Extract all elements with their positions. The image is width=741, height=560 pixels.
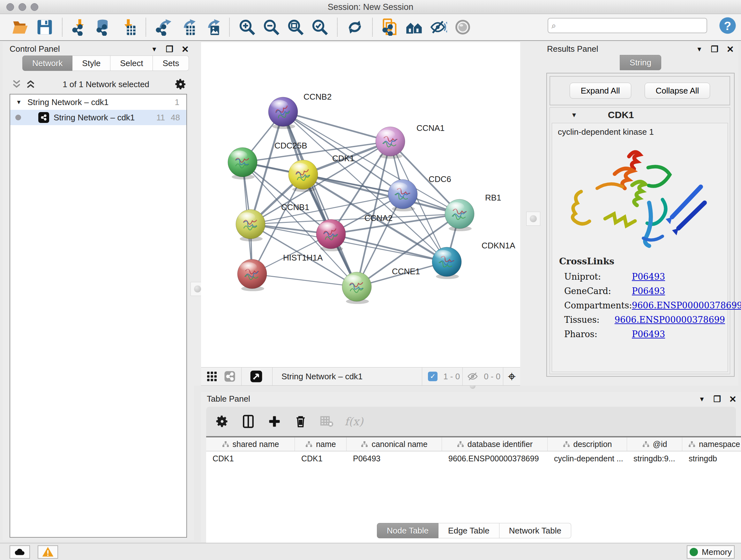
right-splitter-handle[interactable]: [526, 212, 540, 226]
node-CCNA1[interactable]: [376, 127, 405, 159]
network-share-view-icon[interactable]: [224, 371, 235, 382]
clone-network-button[interactable]: [378, 17, 402, 37]
node-CDC25B[interactable]: [228, 147, 257, 179]
expand-all-button[interactable]: Expand All: [569, 83, 631, 99]
selected-checkbox-icon[interactable]: ✓: [428, 372, 437, 381]
tab-sets[interactable]: Sets: [153, 56, 189, 71]
table-row[interactable]: CDK1CDK1P064939606.ENSP00000378699cyclin…: [206, 451, 741, 465]
column-header-name[interactable]: name: [295, 437, 347, 451]
cell-description[interactable]: cyclin-dependent ...: [548, 451, 627, 465]
import-network-button[interactable]: [68, 17, 92, 37]
node-CDKN1A[interactable]: [432, 247, 461, 279]
node-HIST1H1A[interactable]: [238, 259, 267, 291]
results-panel-float-icon[interactable]: ❐: [711, 44, 718, 54]
table-panel-float-icon[interactable]: ❐: [713, 394, 721, 404]
left-splitter[interactable]: [194, 42, 201, 386]
warnings-button[interactable]: [38, 545, 58, 559]
cell-@id[interactable]: stringdb:9...: [627, 451, 682, 465]
search-box[interactable]: ⌕: [548, 18, 707, 33]
crosslink-link[interactable]: 9606.ENSP00000378699: [615, 315, 725, 325]
control-panel-tabs: NetworkStyleSelectSets: [22, 56, 189, 71]
node-CDC6[interactable]: [388, 179, 417, 211]
table-panel-menu-icon[interactable]: ▼: [698, 395, 705, 403]
node-label-CDC25B: CDC25B: [274, 141, 307, 150]
tab-network[interactable]: Network: [22, 56, 72, 71]
edge-CCNA1-CDC25B[interactable]: [243, 141, 390, 162]
export-table-button[interactable]: [176, 17, 200, 37]
node-CCNB1[interactable]: [236, 209, 265, 241]
crosslinks-section: CrossLinks Uniprot:P06493GeneCard:P06493…: [559, 256, 725, 344]
refresh-button[interactable]: [343, 17, 367, 37]
crosslink-row: GeneCard:P06493: [564, 286, 725, 296]
column-header-description[interactable]: description: [548, 437, 627, 451]
import-table-button[interactable]: [116, 17, 140, 37]
birds-eye-view-icon[interactable]: [250, 370, 263, 383]
network-collection-row[interactable]: ▼ String Network – cdk1 1: [10, 95, 186, 110]
control-panel-float-icon[interactable]: ❐: [165, 44, 173, 54]
first-neighbors-button[interactable]: [402, 17, 426, 37]
import-network-database-button[interactable]: [92, 17, 116, 37]
network-row-selected[interactable]: String Network – cdk1 11 48: [10, 110, 186, 125]
cell-name[interactable]: CDK1: [295, 451, 347, 465]
collapse-all-button[interactable]: Collapse All: [645, 83, 711, 99]
crosslink-link[interactable]: P06493: [632, 286, 665, 296]
tab-select[interactable]: Select: [111, 56, 153, 71]
help-button[interactable]: ?: [719, 17, 737, 35]
network-view-canvas[interactable]: CCNB2 CCNA1 CDC25B CDK1 CDC6 RB1 CCNB1 C…: [201, 42, 520, 367]
cell-shared-name[interactable]: CDK1: [206, 451, 295, 465]
column-header-canonical-name[interactable]: canonical name: [347, 437, 442, 451]
crosslink-link[interactable]: P06493: [632, 329, 665, 339]
zoom-in-button[interactable]: [235, 17, 259, 37]
search-input[interactable]: [559, 21, 706, 30]
tab-node-table[interactable]: Node Table: [377, 523, 439, 538]
node-CCNA2[interactable]: [316, 219, 346, 251]
crosslink-link[interactable]: 9606.ENSP00000378699: [632, 300, 741, 310]
edge-CCNA2-CDKN1A[interactable]: [331, 234, 447, 262]
zoom-out-button[interactable]: [259, 17, 283, 37]
tab-edge-table[interactable]: Edge Table: [439, 523, 499, 538]
tab-style[interactable]: Style: [72, 56, 111, 71]
edge-HIST1H1A-CCNE1[interactable]: [252, 274, 357, 287]
show-all-button[interactable]: [451, 17, 475, 37]
cell-namespace[interactable]: stringdb: [682, 451, 741, 465]
control-panel-menu-icon[interactable]: ▼: [151, 46, 157, 53]
network-options-gear-icon[interactable]: [174, 78, 187, 91]
tree-expander-icon[interactable]: ▼: [10, 99, 27, 106]
node-CCNE1[interactable]: [342, 272, 372, 304]
zoom-fit-button[interactable]: [283, 17, 308, 37]
memory-button[interactable]: Memory: [687, 545, 735, 559]
table-settings-gear-icon[interactable]: [214, 413, 230, 430]
crosslink-link[interactable]: P06493: [632, 272, 665, 282]
save-session-button[interactable]: [32, 17, 57, 37]
zoom-selected-button[interactable]: [308, 17, 332, 37]
export-image-button[interactable]: [200, 17, 224, 37]
column-header-namespace[interactable]: namespace: [682, 437, 741, 451]
collapse-all-chevron-icon[interactable]: [23, 78, 38, 91]
cell-canonical-name[interactable]: P06493: [347, 451, 442, 465]
hide-selected-button[interactable]: [426, 17, 451, 37]
expand-all-chevron-icon[interactable]: [10, 78, 23, 91]
column-header-database-identifier[interactable]: database identifier: [442, 437, 548, 451]
control-panel-close-icon[interactable]: ✕: [182, 44, 189, 55]
results-panel-menu-icon[interactable]: ▼: [696, 46, 702, 53]
crosshair-icon[interactable]: ⌖: [508, 368, 516, 385]
delete-column-trash-icon[interactable]: [292, 413, 309, 430]
help-icon: ?: [719, 17, 737, 35]
tab-string[interactable]: String: [620, 55, 661, 70]
node-RB1[interactable]: [445, 199, 474, 231]
table-panel: Table Panel ▼ ❐ ✕ f(x) shared name name …: [201, 392, 741, 542]
export-network-button[interactable]: [151, 17, 176, 37]
open-file-button[interactable]: [8, 17, 32, 37]
column-header-@id[interactable]: @id: [627, 437, 682, 451]
create-column-plus-icon[interactable]: [266, 413, 283, 430]
cloud-status-button[interactable]: [10, 545, 30, 559]
results-panel-close-icon[interactable]: ✕: [727, 44, 734, 55]
cell-database-identifier[interactable]: 9606.ENSP00000378699: [442, 451, 548, 465]
gene-expander-icon[interactable]: ▼: [571, 111, 577, 119]
show-columns-icon[interactable]: [240, 413, 257, 430]
grid-view-icon[interactable]: [206, 371, 218, 382]
column-header-shared-name[interactable]: shared name: [206, 437, 295, 451]
table-panel-close-icon[interactable]: ✕: [729, 394, 737, 405]
tab-network-table[interactable]: Network Table: [499, 523, 571, 538]
gene-section-header[interactable]: ▼ CDK1: [550, 108, 730, 122]
